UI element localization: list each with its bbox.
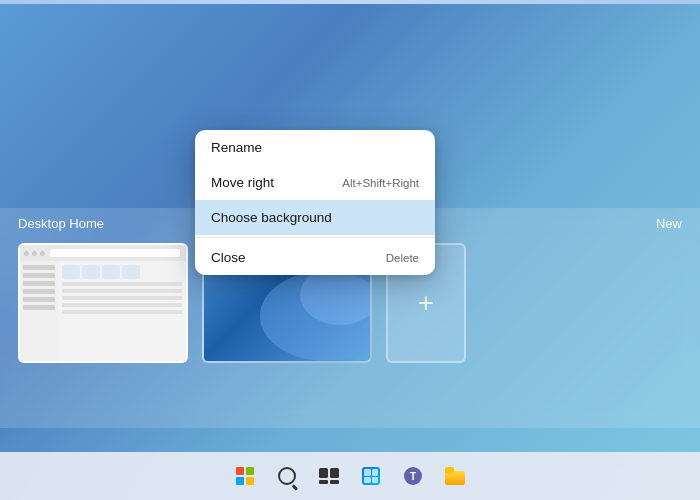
folder-tab bbox=[445, 467, 454, 473]
fe-file-icon-3 bbox=[102, 265, 120, 279]
win-quad-3 bbox=[236, 477, 244, 485]
file-explorer-icon bbox=[445, 467, 465, 485]
desktop-thumbnail-1[interactable] bbox=[18, 243, 188, 363]
fe-file-icon-2 bbox=[82, 265, 100, 279]
fe-row-5 bbox=[62, 310, 182, 314]
fe-row-4 bbox=[62, 303, 182, 307]
new-desktop-label: New bbox=[656, 216, 682, 231]
task-view-icon bbox=[319, 468, 339, 484]
win-quad-4 bbox=[246, 477, 254, 485]
move-right-shortcut: Alt+Shift+Right bbox=[342, 177, 419, 189]
taskbar: T bbox=[0, 452, 700, 500]
task-view-button[interactable] bbox=[309, 456, 349, 496]
file-explorer-preview bbox=[20, 245, 186, 361]
menu-item-choose-background[interactable]: Choose background bbox=[195, 200, 435, 235]
fe-sidebar bbox=[20, 261, 58, 361]
search-icon bbox=[278, 467, 296, 485]
move-right-label: Move right bbox=[211, 175, 274, 190]
widgets-icon bbox=[362, 467, 380, 485]
menu-item-rename[interactable]: Rename bbox=[195, 130, 435, 165]
svg-rect-0 bbox=[319, 468, 328, 478]
fe-row-3 bbox=[62, 296, 182, 300]
context-menu: Rename Move right Alt+Shift+Right Choose… bbox=[195, 130, 435, 275]
top-bar bbox=[0, 0, 700, 4]
fe-address-bar bbox=[50, 249, 180, 257]
menu-divider bbox=[195, 237, 435, 238]
fe-body bbox=[20, 261, 186, 361]
svg-rect-2 bbox=[319, 480, 328, 484]
fe-dot-1 bbox=[24, 251, 29, 256]
fe-toolbar bbox=[62, 265, 182, 279]
widget-cell-1 bbox=[364, 469, 371, 476]
fe-dot-2 bbox=[32, 251, 37, 256]
start-button[interactable] bbox=[225, 456, 265, 496]
fe-nav-3 bbox=[23, 281, 55, 286]
fe-nav-5 bbox=[23, 297, 55, 302]
widget-cell-2 bbox=[372, 469, 379, 476]
win-quad-2 bbox=[246, 467, 254, 475]
fe-file-icon-1 bbox=[62, 265, 80, 279]
widget-cell-4 bbox=[372, 477, 379, 484]
windows-logo-icon bbox=[236, 467, 254, 485]
widgets-button[interactable] bbox=[351, 456, 391, 496]
close-label: Close bbox=[211, 250, 246, 265]
fe-row-1 bbox=[62, 282, 182, 286]
search-button[interactable] bbox=[267, 456, 307, 496]
fe-nav-4 bbox=[23, 289, 55, 294]
fe-file-icon-4 bbox=[122, 265, 140, 279]
menu-item-close[interactable]: Close Delete bbox=[195, 240, 435, 275]
plus-icon: + bbox=[418, 287, 434, 319]
file-explorer-button[interactable] bbox=[435, 456, 475, 496]
svg-rect-3 bbox=[330, 480, 339, 484]
fe-nav-6 bbox=[23, 305, 55, 310]
svg-rect-1 bbox=[330, 468, 339, 478]
desktop-home-label: Desktop Home bbox=[18, 216, 104, 231]
widget-cell-3 bbox=[364, 477, 371, 484]
folder-body bbox=[445, 471, 465, 485]
taskbar-icons: T bbox=[225, 456, 475, 496]
fe-titlebar bbox=[20, 245, 186, 261]
teams-button[interactable]: T bbox=[393, 456, 433, 496]
menu-item-move-right[interactable]: Move right Alt+Shift+Right bbox=[195, 165, 435, 200]
rename-label: Rename bbox=[211, 140, 262, 155]
fe-main bbox=[58, 261, 186, 361]
fe-dot-3 bbox=[40, 251, 45, 256]
teams-icon: T bbox=[404, 467, 422, 485]
fe-nav-1 bbox=[23, 265, 55, 270]
fe-nav-2 bbox=[23, 273, 55, 278]
win-quad-1 bbox=[236, 467, 244, 475]
fe-row-2 bbox=[62, 289, 182, 293]
choose-background-label: Choose background bbox=[211, 210, 332, 225]
desktop: Desktop Home New bbox=[0, 0, 700, 500]
close-shortcut: Delete bbox=[386, 252, 419, 264]
